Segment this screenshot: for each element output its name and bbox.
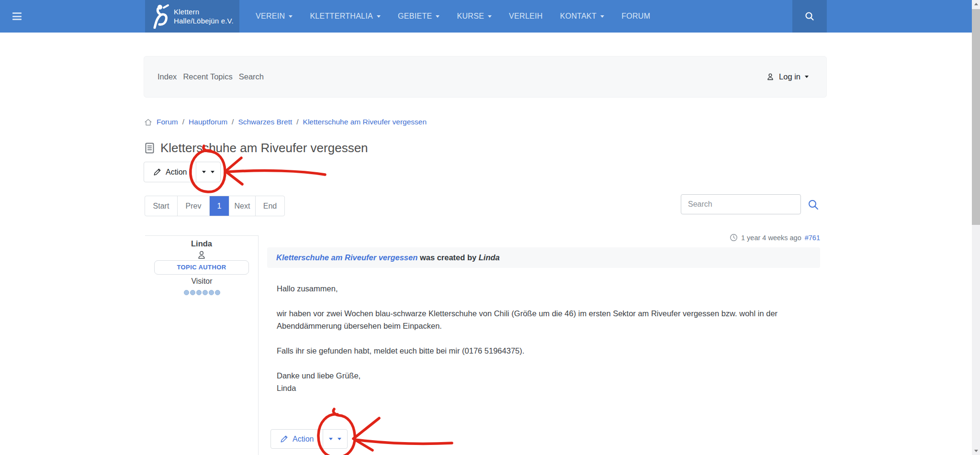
annotation-arrowhead-top	[225, 158, 242, 184]
site-title: Klettern Halle/Löbejün e.V.	[174, 7, 234, 25]
pagination-next[interactable]: Next	[229, 196, 256, 216]
forum-page: Klettern Halle/Löbejün e.V. VEREIN KLETT…	[0, 0, 980, 455]
breadcrumb-hauptforum[interactable]: Hauptforum	[189, 118, 227, 126]
post-body: Hallo zusammen, wir haben vor zwei Woche…	[277, 282, 811, 394]
nav-item-kletterthalia[interactable]: KLETTERTHALIA	[310, 12, 381, 21]
nav-item-gebiete[interactable]: GEBIETE	[398, 12, 439, 21]
caret-down-icon	[338, 438, 341, 440]
scrollbar-up-arrow[interactable]	[972, 0, 980, 8]
forum-menu-index-link[interactable]: Index	[158, 72, 177, 81]
forum-menu-links: Index Recent Topics Search	[158, 56, 264, 97]
nav-item-kurse[interactable]: KURSE	[457, 12, 492, 21]
annotation-arrow-bottom	[355, 440, 452, 444]
hamburger-menu-icon[interactable]	[12, 12, 22, 20]
annotation-arrowhead-bottom	[353, 418, 379, 450]
scrollbar-down-arrow[interactable]	[972, 447, 980, 455]
breadcrumb-separator: /	[232, 118, 234, 126]
karma-dots	[145, 290, 259, 295]
pagination: Start Prev 1 Next End	[145, 196, 285, 216]
annotation-arrow-top	[228, 171, 325, 175]
search-icon	[804, 11, 815, 22]
navbar-search-button[interactable]	[792, 0, 827, 33]
caret-down-icon	[436, 15, 439, 18]
site-logo[interactable]: Klettern Halle/Löbejün e.V.	[145, 0, 239, 33]
login-label: Log in	[779, 72, 800, 81]
main-nav: VEREIN KLETTERTHALIA GEBIETE KURSE VERLE…	[256, 0, 650, 33]
topic-search-input[interactable]	[681, 194, 801, 214]
breadcrumb: Forum / Hauptforum / Schwarzes Brett / K…	[144, 118, 427, 126]
clock-icon	[730, 233, 738, 242]
caret-down-icon	[805, 76, 809, 78]
created-by-text: was created by	[417, 253, 478, 262]
post-meta: 1 year 4 weeks ago #761	[730, 233, 820, 242]
page-title: Kletterschuhe am Riveufer vergessen	[145, 141, 368, 155]
top-navbar: Klettern Halle/Löbejün e.V. VEREIN KLETT…	[0, 0, 980, 33]
climber-logo-icon	[151, 4, 172, 29]
post-action-dropdown-toggle[interactable]	[323, 430, 347, 448]
breadcrumb-schwarzes-brett[interactable]: Schwarzes Brett	[238, 118, 292, 126]
post-subject-bar: Kletterschuhe am Riveufer vergessen was …	[267, 247, 820, 268]
caret-down-icon	[211, 171, 214, 173]
nav-item-forum[interactable]: FORUM	[621, 12, 650, 21]
nav-item-verein[interactable]: VEREIN	[256, 12, 293, 21]
breadcrumb-separator: /	[182, 118, 184, 126]
breadcrumb-forum[interactable]: Forum	[157, 118, 178, 126]
post-subject-link[interactable]: Kletterschuhe am Riveufer vergessen	[276, 253, 417, 262]
post-author-panel: Linda TOPIC AUTHOR Visitor	[145, 235, 259, 455]
caret-down-icon	[202, 171, 206, 173]
action-button[interactable]: Action	[144, 162, 196, 182]
vertical-scrollbar[interactable]	[972, 0, 980, 455]
document-icon	[145, 143, 154, 154]
author-name[interactable]: Linda	[145, 239, 258, 248]
scrollbar-thumb[interactable]	[972, 9, 980, 225]
forum-menu-recent-topics-link[interactable]: Recent Topics	[183, 72, 232, 81]
breadcrumb-current-topic[interactable]: Kletterschuhe am Riveufer vergessen	[303, 118, 427, 126]
home-icon[interactable]	[144, 118, 152, 126]
forum-menu-card: Index Recent Topics Search Log in	[144, 56, 827, 98]
caret-down-icon	[289, 15, 293, 18]
caret-down-icon	[600, 15, 604, 18]
forum-menu-search-link[interactable]: Search	[239, 72, 264, 81]
post-id-link[interactable]: #761	[805, 234, 820, 242]
post-action-button-group: Action	[270, 429, 348, 449]
pagination-start[interactable]: Start	[145, 196, 178, 216]
nav-item-kontakt[interactable]: KONTAKT	[560, 12, 604, 21]
action-dropdown-toggle[interactable]	[196, 162, 220, 182]
nav-item-verleih[interactable]: VERLEIH	[509, 12, 543, 21]
caret-down-icon	[377, 15, 381, 18]
caret-down-icon	[488, 15, 492, 18]
breadcrumb-separator: /	[296, 118, 298, 126]
pagination-prev[interactable]: Prev	[178, 196, 210, 216]
post-action-button[interactable]: Action	[271, 430, 323, 448]
pagination-end[interactable]: End	[256, 196, 284, 216]
post-author-italic: Linda	[479, 253, 500, 262]
user-icon	[766, 72, 775, 81]
pencil-icon	[153, 168, 161, 176]
topic-search-icon[interactable]	[807, 199, 820, 211]
pencil-icon	[280, 435, 288, 443]
pagination-page-1[interactable]: 1	[210, 196, 229, 216]
topic-action-button-group: Action	[144, 162, 221, 182]
post-time-ago: 1 year 4 weeks ago	[741, 234, 801, 242]
topic-author-badge: TOPIC AUTHOR	[154, 260, 249, 275]
caret-down-icon	[329, 438, 333, 440]
login-dropdown[interactable]: Log in	[766, 56, 809, 97]
user-icon	[145, 250, 258, 260]
author-rank: Visitor	[145, 277, 259, 286]
